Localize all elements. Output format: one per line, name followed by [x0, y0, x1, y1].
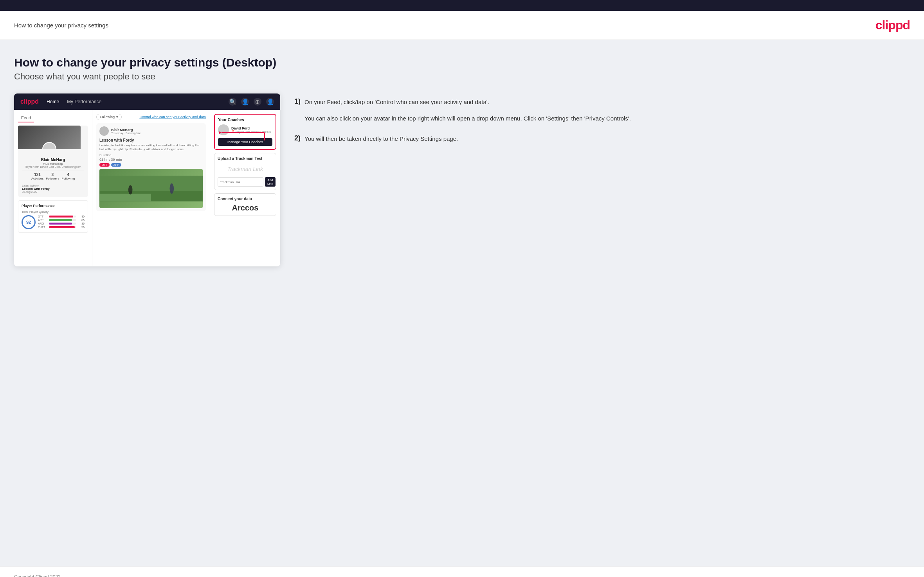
quality-bars: OTT 90 APP — [38, 215, 85, 229]
ott-label: OTT — [38, 215, 47, 218]
coach-club-name: Royal North Devon Golf Club — [236, 131, 271, 133]
step1-text: On your Feed, click/tap on 'Control who … — [304, 97, 631, 107]
mock-feed-tab: Feed — [18, 114, 34, 122]
following-count: 4 — [62, 173, 75, 177]
avatar-icon[interactable]: 👤 — [266, 98, 274, 106]
app-val: 85 — [77, 219, 85, 221]
activities-count: 131 — [31, 173, 44, 177]
mock-home-link[interactable]: Home — [47, 99, 59, 104]
app-fill — [49, 219, 72, 221]
arccos-brand: Arccos — [218, 203, 273, 212]
activities-label: Activities — [31, 177, 44, 180]
footer: Copyright Clippd 2022 — [0, 566, 924, 577]
trackman-title: Upload a Trackman Test — [218, 156, 273, 161]
following-row: Following ▾ Control who can see your act… — [96, 114, 206, 120]
app-track — [49, 219, 76, 221]
post-header: Blair McHarg Yesterday · Sunningdale — [99, 126, 203, 136]
coach-item: David Ford 📍 Royal North Devon Golf Club — [218, 124, 272, 135]
putt-track — [49, 226, 76, 228]
arg-bar-row: ARG 86 — [38, 222, 85, 225]
profile-name: Blair McHarg — [22, 158, 84, 162]
quality-display: 92 OTT 90 APP — [22, 215, 85, 229]
activities-stat: 131 Activities — [31, 173, 44, 180]
trackman-link-input[interactable] — [218, 177, 263, 187]
ott-tag: OTT — [99, 163, 110, 167]
ott-fill — [49, 216, 73, 217]
step1-content: On your Feed, click/tap on 'Control who … — [304, 97, 631, 123]
mock-body: Feed Blair McHarg Plus Handicap Royal No… — [14, 110, 280, 266]
followers-stat: 3 Followers — [46, 173, 59, 180]
following-label: Following — [100, 115, 115, 119]
ott-track — [49, 216, 76, 217]
person-icon[interactable]: 👤 — [241, 98, 249, 106]
profile-handicap: Plus Handicap — [22, 162, 84, 165]
profile-avatar — [42, 142, 56, 149]
putt-bar-row: PUTT 96 — [38, 226, 85, 228]
location-icon[interactable]: ⊕ — [254, 98, 261, 106]
putt-label: PUTT — [38, 226, 47, 228]
page-heading: How to change your privacy settings (Des… — [14, 56, 910, 69]
mock-latest: Latest Activity Lesson with Fordy 03 Aug… — [22, 184, 84, 193]
coach-info: David Ford 📍 Royal North Devon Golf Club — [231, 126, 271, 133]
mock-logo: clippd — [20, 98, 39, 105]
mock-sidebar: Feed Blair McHarg Plus Handicap Royal No… — [14, 110, 92, 266]
following-button[interactable]: Following ▾ — [96, 114, 122, 120]
page-subheading: Choose what you want people to see — [14, 72, 910, 82]
post-tags: OTT APP — [99, 163, 203, 167]
step2-text: You will then be taken directly to the P… — [304, 134, 458, 146]
trackman-placeholder: Trackman Link — [218, 163, 273, 175]
arg-val: 86 — [77, 222, 85, 225]
search-icon[interactable]: 🔍 — [229, 98, 236, 106]
post-author-name: Blair McHarg — [111, 128, 141, 132]
following-stat: 4 Following — [62, 173, 75, 180]
browser-mock: clippd Home My Performance 🔍 👤 ⊕ 👤 Feed — [14, 93, 280, 266]
mock-stats: 131 Activities 3 Followers 4 Following — [22, 171, 84, 182]
main-content: How to change your privacy settings (Des… — [0, 40, 924, 566]
post-avatar — [99, 126, 109, 136]
golf-image-svg — [99, 169, 203, 208]
coaches-title: Your Coaches — [218, 118, 272, 122]
header-title: How to change your privacy settings — [14, 22, 108, 29]
connect-box: Connect your data Arccos — [214, 193, 276, 216]
player-performance-card: Player Performance Total Player Quality … — [18, 200, 88, 233]
latest-date: 03 Aug 2022 — [22, 191, 84, 193]
post-author-info: Blair McHarg Yesterday · Sunningdale — [111, 128, 141, 135]
mock-performance-link[interactable]: My Performance — [67, 99, 101, 104]
demo-area: clippd Home My Performance 🔍 👤 ⊕ 👤 Feed — [14, 93, 910, 266]
quality-score: 92 — [22, 215, 36, 229]
add-link-button[interactable]: Add Link — [265, 177, 276, 187]
mock-nav: clippd Home My Performance 🔍 👤 ⊕ 👤 — [14, 93, 280, 110]
post-duration-label: Duration — [99, 153, 203, 157]
top-bar — [0, 0, 924, 11]
instruction-1: 1) On your Feed, click/tap on 'Control w… — [294, 97, 910, 123]
mock-feed-area: Following ▾ Control who can see your act… — [92, 110, 210, 266]
manage-coaches-button[interactable]: Manage Your Coaches — [218, 138, 272, 146]
step1-num: 1) — [294, 97, 301, 120]
arg-track — [49, 223, 76, 225]
svg-rect-2 — [99, 194, 151, 201]
dropdown-icon: ▾ — [116, 115, 118, 119]
arg-fill — [49, 223, 72, 225]
latest-activity: Lesson with Fordy — [22, 187, 84, 191]
trackman-box: Upload a Trackman Test Trackman Link Add… — [214, 153, 276, 190]
mock-nav-right: 🔍 👤 ⊕ 👤 — [229, 98, 274, 106]
performance-title: Player Performance — [22, 204, 85, 208]
clippd-logo: clippd — [875, 18, 910, 32]
mock-right-panel: Your Coaches David Ford 📍 Royal North De… — [210, 110, 280, 266]
coaches-box: Your Coaches David Ford 📍 Royal North De… — [214, 114, 276, 150]
ott-val: 90 — [77, 215, 85, 218]
post-location: Yesterday · Sunningdale — [111, 132, 141, 135]
app-tag: APP — [111, 163, 121, 167]
followers-count: 3 — [46, 173, 59, 177]
post-image — [99, 169, 203, 208]
mock-profile-card: Blair McHarg Plus Handicap Royal North D… — [18, 126, 88, 197]
svg-point-4 — [170, 183, 174, 194]
post-description: Looking to feel like my hands are exitin… — [99, 144, 203, 152]
app-bar-row: APP 85 — [38, 219, 85, 221]
arg-label: ARG — [38, 222, 47, 225]
post-duration: 01 hr : 30 min — [99, 158, 203, 162]
control-privacy-link[interactable]: Control who can see your activity and da… — [139, 115, 206, 119]
instruction-2: 2) You will then be taken directly to th… — [294, 134, 910, 146]
putt-fill — [49, 226, 75, 228]
svg-point-3 — [128, 185, 133, 194]
